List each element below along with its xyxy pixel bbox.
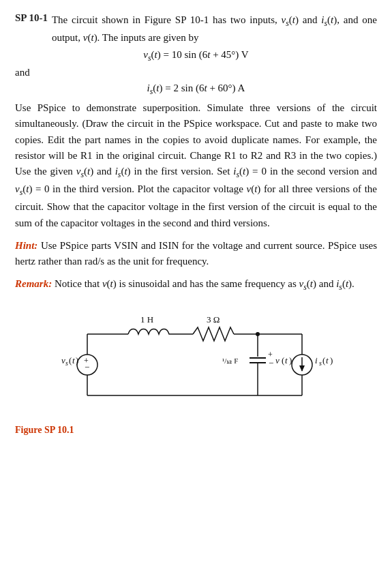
problem-header: SP 10-1 The circuit shown in Figure SP 1… <box>15 12 377 45</box>
svg-text:s: s <box>65 359 68 367</box>
and-text: and <box>15 67 377 78</box>
svg-text:): ) <box>330 355 333 365</box>
body-paragraph: Use PSpice to demonstrate superposition.… <box>15 100 377 231</box>
svg-text:1 H: 1 H <box>140 314 153 325</box>
svg-text:3 Ω: 3 Ω <box>207 314 220 325</box>
remark-block: Remark: Notice that v(t) is sinusoidal a… <box>15 276 377 294</box>
svg-text:s: s <box>319 359 322 367</box>
header-text: The circuit shown in Figure SP 10-1 has … <box>52 12 377 45</box>
svg-text:(: ( <box>69 355 72 365</box>
svg-text:−: − <box>269 358 273 368</box>
hint-label: Hint: <box>15 240 37 251</box>
svg-text:t: t <box>285 355 288 365</box>
svg-text:(: ( <box>322 355 325 365</box>
svg-text:t: t <box>326 355 329 365</box>
svg-text:−: − <box>85 362 89 372</box>
equation-1: vs(t) = 10 sin (6t + 45°) V <box>15 49 377 63</box>
svg-text:v: v <box>275 355 280 365</box>
svg-text:t: t <box>72 355 75 365</box>
figure-label: Figure SP 10.1 <box>15 425 377 436</box>
svg-text:i: i <box>315 355 318 365</box>
sp-label: SP 10-1 <box>15 12 48 45</box>
svg-text:(: ( <box>282 355 284 365</box>
svg-text:¹/₁₂ F: ¹/₁₂ F <box>222 357 238 365</box>
equation-2: is(t) = 2 sin (6t + 60°) A <box>15 82 377 96</box>
remark-label: Remark: <box>15 278 52 289</box>
svg-text:): ) <box>76 355 78 365</box>
hint-block: Hint: Use PSpice parts VSIN and ISIN for… <box>15 238 377 270</box>
circuit-diagram: + − 1 H 3 Ω + <box>15 303 377 419</box>
